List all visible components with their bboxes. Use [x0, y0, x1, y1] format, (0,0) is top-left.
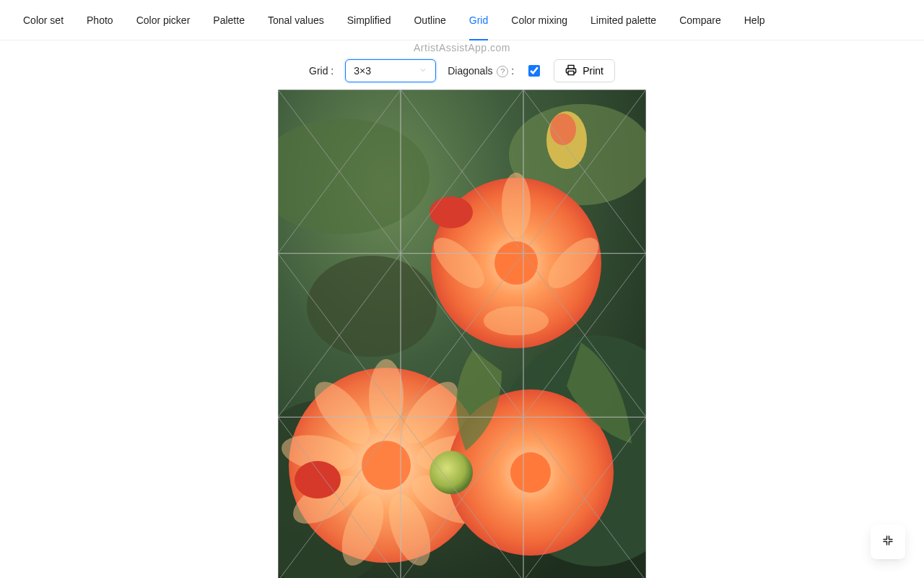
tab-simplified[interactable]: Simplified [347, 0, 391, 40]
tab-compare[interactable]: Compare [679, 0, 721, 40]
help-icon[interactable]: ? [497, 66, 508, 77]
chevron-down-icon [419, 65, 427, 77]
tab-color-set[interactable]: Color set [23, 0, 64, 40]
fullscreen-exit-icon [881, 534, 894, 550]
print-button[interactable]: Print [554, 59, 615, 82]
diagonals-checkbox[interactable] [528, 65, 540, 77]
tab-tonal-values[interactable]: Tonal values [268, 0, 324, 40]
tab-limited-palette[interactable]: Limited palette [590, 0, 656, 40]
canvas-area [0, 90, 924, 578]
svg-rect-0 [568, 71, 574, 74]
tab-photo[interactable]: Photo [87, 0, 113, 40]
watermark-text: ArtistAssistApp.com [414, 42, 510, 53]
fullscreen-toggle-button[interactable] [871, 525, 905, 559]
grid-overlay [278, 90, 646, 578]
printer-icon [565, 64, 577, 78]
grid-label: Grid : [309, 65, 334, 77]
photo-with-grid [278, 90, 646, 578]
tab-color-mixing[interactable]: Color mixing [511, 0, 567, 40]
grid-size-value: 3×3 [354, 65, 371, 77]
grid-controls: Grid : 3×3 Diagonals ? : Print [0, 59, 924, 82]
tab-grid[interactable]: Grid [469, 0, 488, 40]
tab-help[interactable]: Help [744, 0, 765, 40]
grid-size-select[interactable]: 3×3 [345, 59, 436, 82]
tab-outline[interactable]: Outline [414, 0, 445, 40]
main-tabs: Color setPhotoColor pickerPaletteTonal v… [0, 0, 924, 40]
diagonals-label: Diagonals ? : [448, 65, 514, 77]
tab-color-picker[interactable]: Color picker [136, 0, 191, 40]
tab-palette[interactable]: Palette [213, 0, 245, 40]
